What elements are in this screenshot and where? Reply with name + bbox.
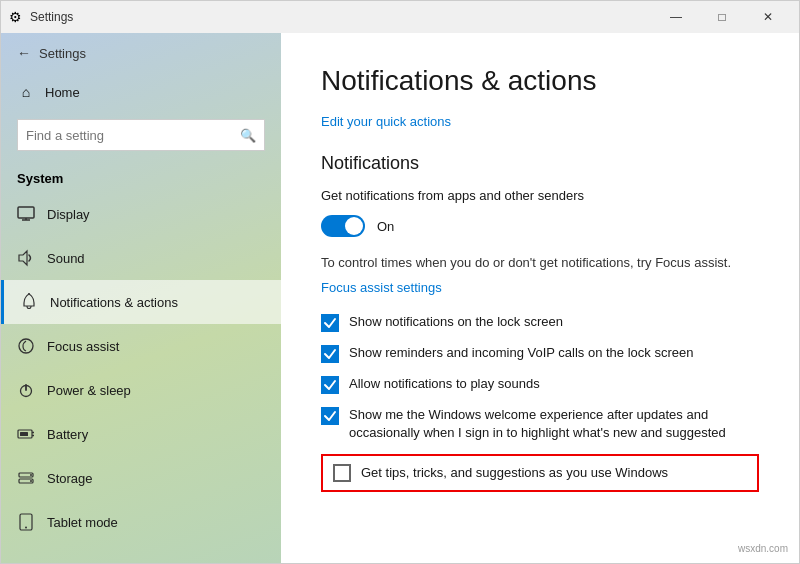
checkbox-row-sounds: Allow notifications to play sounds	[321, 375, 759, 394]
sound-icon	[17, 249, 35, 267]
right-panel: Notifications & actions Edit your quick …	[281, 33, 799, 563]
search-box[interactable]: 🔍	[17, 119, 265, 151]
titlebar: ⚙ Settings — □ ✕	[1, 1, 799, 33]
titlebar-left: ⚙ Settings	[9, 9, 73, 25]
sidebar-storage-label: Storage	[47, 471, 93, 486]
svg-point-14	[30, 474, 32, 476]
focus-icon	[17, 337, 35, 355]
storage-icon	[17, 469, 35, 487]
sidebar-item-home[interactable]: ⌂ Home	[1, 73, 281, 111]
checkbox-lock-screen[interactable]	[321, 314, 339, 332]
tablet-icon	[17, 513, 35, 531]
sidebar-item-battery[interactable]: Battery	[1, 412, 281, 456]
titlebar-controls: — □ ✕	[653, 1, 791, 33]
checkbox-sounds-label: Allow notifications to play sounds	[349, 375, 540, 393]
sidebar-focus-label: Focus assist	[47, 339, 119, 354]
checkbox-sounds[interactable]	[321, 376, 339, 394]
notifications-icon	[20, 293, 38, 311]
sidebar-section-label: System	[1, 159, 281, 192]
checkbox-welcome[interactable]	[321, 407, 339, 425]
checkbox-lock-screen-label: Show notifications on the lock screen	[349, 313, 563, 331]
power-icon	[17, 381, 35, 399]
sidebar-app-title: Settings	[39, 46, 86, 61]
sidebar-item-display[interactable]: Display	[1, 192, 281, 236]
toggle-knob	[345, 217, 363, 235]
checkbox-voip[interactable]	[321, 345, 339, 363]
svg-rect-0	[18, 207, 34, 218]
sidebar-sound-label: Sound	[47, 251, 85, 266]
sidebar-notifications-label: Notifications & actions	[50, 295, 178, 310]
display-icon	[17, 205, 35, 223]
settings-gear-icon: ⚙	[9, 9, 22, 25]
home-icon: ⌂	[17, 83, 35, 101]
checkbox-row-lock-screen: Show notifications on the lock screen	[321, 313, 759, 332]
sidebar-tablet-label: Tablet mode	[47, 515, 118, 530]
checkbox-welcome-label: Show me the Windows welcome experience a…	[349, 406, 759, 442]
sidebar-display-label: Display	[47, 207, 90, 222]
svg-point-17	[25, 527, 27, 529]
sidebar-item-storage[interactable]: Storage	[1, 456, 281, 500]
settings-window: ⚙ Settings — □ ✕ ← Settings ⌂ Home	[0, 0, 800, 564]
search-input[interactable]	[26, 128, 234, 143]
svg-point-15	[30, 480, 32, 482]
page-title: Notifications & actions	[321, 65, 759, 97]
toggle-label: On	[377, 219, 394, 234]
minimize-button[interactable]: —	[653, 1, 699, 33]
sidebar-item-focus[interactable]: Focus assist	[1, 324, 281, 368]
sidebar-item-notifications[interactable]: Notifications & actions	[1, 280, 281, 324]
sidebar-battery-label: Battery	[47, 427, 88, 442]
checkbox-voip-label: Show reminders and incoming VoIP calls o…	[349, 344, 693, 362]
svg-rect-9	[20, 432, 28, 436]
notifications-toggle-row: On	[321, 215, 759, 237]
close-button[interactable]: ✕	[745, 1, 791, 33]
watermark: wsxdn.com	[734, 541, 792, 556]
checkbox-row-voip: Show reminders and incoming VoIP calls o…	[321, 344, 759, 363]
checkbox-tips-label: Get tips, tricks, and suggestions as you…	[361, 464, 668, 482]
notifications-desc: Get notifications from apps and other se…	[321, 188, 759, 203]
checkbox-row-welcome: Show me the Windows welcome experience a…	[321, 406, 759, 442]
focus-assist-link[interactable]: Focus assist settings	[321, 280, 442, 295]
main-content: ← Settings ⌂ Home 🔍 System	[1, 33, 799, 563]
maximize-button[interactable]: □	[699, 1, 745, 33]
sidebar-item-power[interactable]: Power & sleep	[1, 368, 281, 412]
home-label: Home	[45, 85, 80, 100]
battery-icon	[17, 425, 35, 443]
sidebar-back-nav[interactable]: ← Settings	[1, 33, 281, 73]
titlebar-title: Settings	[30, 10, 73, 24]
notifications-section-title: Notifications	[321, 153, 759, 174]
notifications-toggle[interactable]	[321, 215, 365, 237]
focus-assist-text: To control times when you do or don't ge…	[321, 253, 759, 273]
sidebar: ← Settings ⌂ Home 🔍 System	[1, 33, 281, 563]
svg-marker-3	[19, 251, 27, 265]
sidebar-power-label: Power & sleep	[47, 383, 131, 398]
sidebar-item-sound[interactable]: Sound	[1, 236, 281, 280]
checkbox-row-tips-highlighted: Get tips, tricks, and suggestions as you…	[321, 454, 759, 492]
checkbox-tips[interactable]	[333, 464, 351, 482]
back-arrow-icon: ←	[17, 45, 31, 61]
quick-actions-link[interactable]: Edit your quick actions	[321, 114, 451, 129]
sidebar-item-tablet[interactable]: Tablet mode	[1, 500, 281, 544]
search-icon: 🔍	[240, 128, 256, 143]
